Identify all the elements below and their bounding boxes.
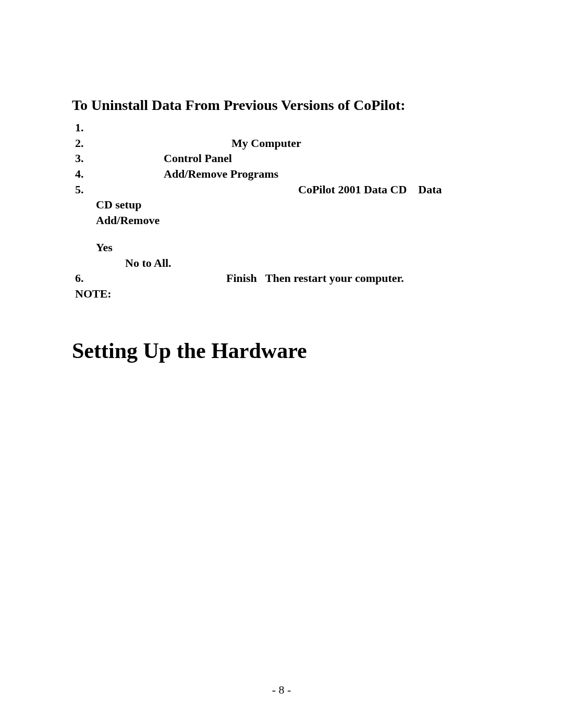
list-item: 3. Control Panel [75, 151, 491, 166]
page-number: - 8 - [0, 683, 563, 697]
list-item: Add/Remove [96, 213, 491, 228]
list-number-3: 3. [75, 151, 96, 166]
list-item: 2. My Computer [75, 135, 491, 151]
list-body-1 [96, 120, 491, 135]
content-block: To Uninstall Data From Previous Versions… [72, 97, 491, 363]
list-item: 6. Finish Then restart your computer. [75, 270, 491, 286]
list-item: No to All. [125, 255, 491, 271]
numbered-list: 1. 2. My Computer 3. Control Panel 4. Ad… [75, 120, 491, 302]
text-cd-setup: CD setup [96, 198, 141, 211]
list-number-2: 2. [75, 135, 96, 151]
list-body-4: Add/Remove Programs [96, 166, 491, 182]
text-no-to-all: No to All. [125, 256, 172, 269]
list-number-6: 6. [75, 270, 96, 286]
text-control-panel: Control Panel [164, 152, 232, 165]
text-add-remove-programs: Add/Remove Programs [164, 167, 278, 180]
list-item: 5. CoPilot 2001 Data CD Data [75, 182, 491, 198]
list-number-1: 1. [75, 120, 96, 135]
text-add-remove: Add/Remove [96, 214, 160, 227]
list-body-2: My Computer [96, 135, 491, 151]
blank-line [96, 228, 491, 240]
text-yes: Yes [96, 241, 113, 254]
list-item: 4. Add/Remove Programs [75, 166, 491, 182]
list-item: 1. [75, 120, 491, 135]
list-number-5: 5. [75, 182, 96, 198]
list-number-4: 4. [75, 166, 96, 182]
document-page: To Uninstall Data From Previous Versions… [0, 0, 563, 728]
list-body-6: Finish Then restart your computer. [96, 270, 491, 286]
note-label: NOTE: [75, 286, 491, 302]
subheading-uninstall: To Uninstall Data From Previous Versions… [72, 97, 491, 114]
text-copilot-data-cd: CoPilot 2001 Data CD Data [298, 183, 442, 196]
list-item: CD setup [96, 197, 491, 213]
text-finish-restart: Finish Then restart your computer. [226, 272, 404, 285]
list-body-5: CoPilot 2001 Data CD Data [96, 182, 491, 198]
heading-setting-up-hardware: Setting Up the Hardware [72, 338, 491, 363]
list-item: Yes [96, 240, 491, 255]
list-body-3: Control Panel [96, 151, 491, 166]
text-my-computer: My Computer [231, 137, 301, 150]
